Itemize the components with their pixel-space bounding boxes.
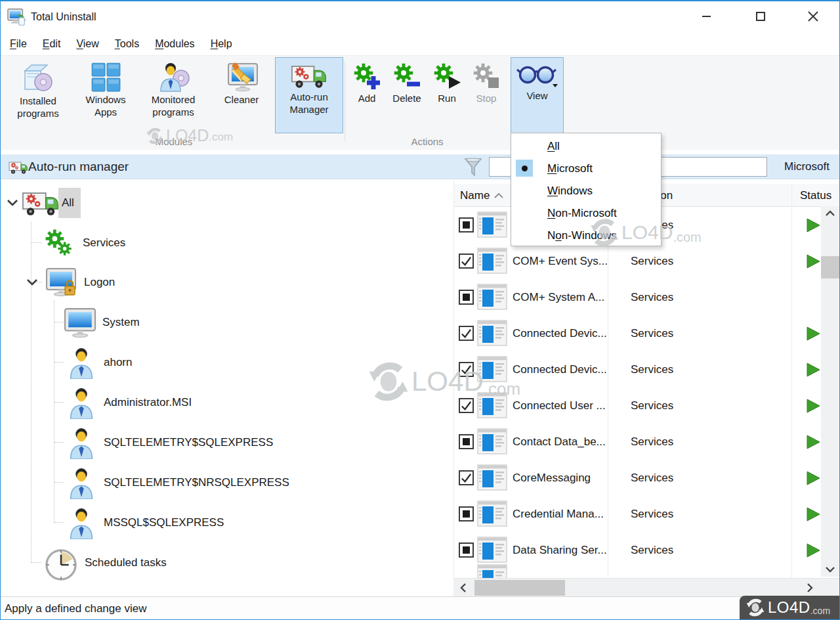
menu-view[interactable]: View <box>76 38 98 50</box>
service-app-icon <box>477 537 507 563</box>
menu-file[interactable]: File <box>10 38 27 50</box>
vertical-scrollbar[interactable] <box>821 206 839 577</box>
table-row[interactable]: CoreMessaging Services <box>453 460 821 496</box>
menu-item-non-windows[interactable]: Non-Windows <box>511 225 661 247</box>
delete-button[interactable]: Delete <box>387 57 427 116</box>
status-bar: Apply a defined change view <box>1 596 839 620</box>
tree-item-user[interactable]: Administrator.MSI <box>1 386 453 419</box>
user-icon <box>66 468 96 499</box>
lo4d-logo: LO4D .com <box>740 596 839 619</box>
window-title: Total Uninstall <box>31 1 96 33</box>
row-checkbox[interactable] <box>459 326 474 341</box>
menu-item-non-microsoft[interactable]: Non-Microsoft <box>511 202 661 225</box>
menu-tools[interactable]: Tools <box>115 38 139 50</box>
indeterminate-mark <box>463 510 470 518</box>
check-mark <box>460 472 472 484</box>
tree-item-logon[interactable]: Logon <box>1 266 453 299</box>
autorun-manager-button[interactable]: Auto-run Manager <box>275 57 343 133</box>
column-header-status[interactable]: Status <box>800 184 831 207</box>
vertical-scroll-thumb[interactable] <box>821 256 839 278</box>
user-icon <box>66 388 96 419</box>
installed-programs-icon <box>21 60 55 95</box>
menu-edit[interactable]: Edit <box>43 38 61 50</box>
view-button[interactable]: View <box>511 57 564 133</box>
add-button[interactable]: Add <box>348 57 385 116</box>
tree-item-user[interactable]: ahorn <box>1 346 453 379</box>
service-app-icon <box>477 211 507 238</box>
chevron-down-icon[interactable] <box>6 196 19 210</box>
tree-item-user[interactable]: SQLTELEMETRY$NRSQLEXPRESS <box>1 466 453 499</box>
table-row[interactable]: COM+ System A... Services <box>453 279 821 315</box>
service-app-icon <box>477 428 507 454</box>
scroll-right-arrow[interactable] <box>801 579 818 597</box>
running-status-icon <box>807 254 820 269</box>
autorun-manager-icon <box>291 60 327 91</box>
maximize-button[interactable] <box>742 1 779 32</box>
view-glasses-icon <box>516 60 559 89</box>
monitored-programs-icon <box>156 60 190 93</box>
menu-item-microsoft[interactable]: Microsoft <box>511 158 661 180</box>
column-header-name[interactable]: Name <box>460 184 504 207</box>
table-row[interactable]: COM+ Event Sys... Services <box>453 243 821 279</box>
scroll-down-arrow[interactable] <box>821 562 839 577</box>
menu-item-all[interactable]: All <box>511 135 661 158</box>
ribbon-group-divider <box>345 61 345 141</box>
running-status-icon <box>807 363 820 377</box>
windows-apps-button[interactable]: Windows Apps <box>74 57 137 133</box>
service-app-icon <box>477 500 507 527</box>
tree-item-services[interactable]: Services <box>1 227 453 259</box>
running-status-icon <box>807 507 820 521</box>
scroll-up-arrow[interactable] <box>821 206 839 221</box>
service-app-icon <box>477 248 507 274</box>
truck-icon <box>22 188 60 217</box>
minimize-button[interactable] <box>688 1 724 32</box>
filter-funnel-icon <box>464 158 482 177</box>
horizontal-scrollbar[interactable] <box>453 578 839 596</box>
tree-item-all[interactable]: All <box>1 187 453 219</box>
menu-item-windows[interactable]: Windows <box>511 180 661 202</box>
horizontal-scroll-thumb[interactable] <box>474 580 565 596</box>
table-row[interactable]: Data Sharing Ser... Services <box>453 532 821 568</box>
service-app-icon <box>477 284 507 310</box>
table-row[interactable]: Contact Data_be... Services <box>453 424 821 460</box>
row-checkbox[interactable] <box>459 434 474 449</box>
row-checkbox[interactable] <box>459 542 474 558</box>
tree-item-scheduled-tasks[interactable]: Scheduled tasks <box>1 546 453 579</box>
cleaner-button[interactable]: Cleaner <box>211 57 272 133</box>
clock-icon <box>44 548 78 582</box>
table-row[interactable]: Credential Mana... Services <box>453 496 821 532</box>
row-checkbox[interactable] <box>459 470 474 485</box>
tree-item-user[interactable]: SQLTELEMETRY$SQLEXPRESS <box>1 426 453 459</box>
menu-help[interactable]: Help <box>211 38 232 50</box>
autorun-mini-truck-icon <box>9 160 28 175</box>
monitored-programs-button[interactable]: Monitored programs <box>140 57 207 133</box>
row-checkbox[interactable] <box>459 217 474 232</box>
toolbar-ribbon: Installed programs Windows Apps <box>1 55 839 150</box>
chevron-down-icon[interactable] <box>26 276 39 289</box>
row-checkbox[interactable] <box>459 362 474 377</box>
table-row[interactable]: Connected Devic... Services <box>453 351 821 388</box>
menu-modules[interactable]: Modules <box>155 38 194 50</box>
tree-item-system[interactable]: System <box>1 306 453 339</box>
table-row[interactable]: Connected User ... Services <box>453 388 821 424</box>
running-status-icon <box>807 435 820 449</box>
radio-dot <box>522 166 528 171</box>
row-checkbox[interactable] <box>459 398 474 413</box>
row-checkbox[interactable] <box>459 506 474 521</box>
stop-button[interactable]: Stop <box>465 57 507 116</box>
service-app-icon <box>477 564 507 578</box>
run-button[interactable]: Run <box>429 57 465 116</box>
close-button[interactable] <box>795 1 831 32</box>
row-checkbox[interactable] <box>459 254 474 269</box>
cleaner-icon <box>224 60 259 93</box>
monitor-lock-icon <box>44 267 81 299</box>
row-checkbox[interactable] <box>459 290 474 305</box>
scroll-left-arrow[interactable] <box>455 579 472 597</box>
installed-programs-button[interactable]: Installed programs <box>5 57 72 133</box>
view-dropdown-menu: All Microsoft Windows Non-Microsoft Non-… <box>511 133 662 246</box>
delete-icon <box>391 60 423 92</box>
tree-item-user[interactable]: MSSQL$SQLEXPRESS <box>1 506 453 539</box>
actions-group-label: Actions <box>348 136 506 147</box>
table-row[interactable]: Connected Devic... Services <box>453 315 821 351</box>
table-row-partial <box>477 564 507 578</box>
